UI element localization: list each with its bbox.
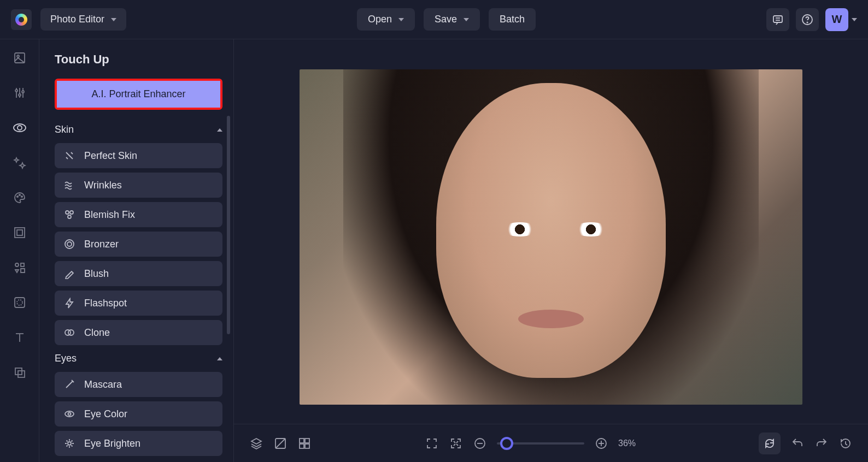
rail-frame-icon[interactable] [11, 224, 28, 241]
chevron-down-icon [111, 18, 116, 21]
batch-label: Batch [500, 14, 525, 25]
ai-enhancer-highlight: A.I. Portrait Enhancer [55, 79, 222, 110]
brush-icon [63, 268, 75, 280]
header-bar: Photo Editor Open Save Batch W [0, 0, 868, 39]
canvas-viewport[interactable] [234, 39, 868, 424]
zoom-in-icon[interactable] [594, 436, 608, 451]
tool-label: Bronzer [84, 239, 119, 250]
rail-art-icon[interactable] [11, 189, 28, 206]
svg-rect-42 [300, 444, 304, 448]
refresh-icon[interactable] [759, 433, 781, 454]
svg-rect-41 [305, 439, 309, 443]
sparkle-tool-icon [63, 150, 75, 162]
zoom-percentage[interactable]: 36% [618, 439, 646, 448]
rail-effects-icon[interactable] [11, 154, 28, 171]
svg-point-16 [19, 194, 20, 196]
tool-mascara[interactable]: Mascara [55, 372, 222, 397]
svg-point-31 [65, 240, 74, 248]
tool-perfect-skin[interactable]: Perfect Skin [55, 143, 222, 168]
chevron-up-icon [217, 128, 222, 132]
section-skin-header[interactable]: Skin [55, 124, 222, 135]
save-button[interactable]: Save [424, 8, 480, 31]
tool-clone[interactable]: Clone [55, 320, 222, 345]
rail-image-icon[interactable] [11, 49, 28, 67]
tool-blush[interactable]: Blush [55, 261, 222, 286]
svg-point-36 [68, 413, 71, 416]
tool-flashspot[interactable]: Flashspot [55, 291, 222, 316]
bolt-icon [63, 297, 75, 309]
rail-layers-icon[interactable] [11, 364, 28, 381]
tool-bronzer[interactable]: Bronzer [55, 232, 222, 257]
wand-icon [63, 378, 75, 390]
help-button[interactable] [796, 8, 819, 31]
compare-icon[interactable] [273, 436, 288, 451]
tool-label: Mascara [84, 379, 122, 390]
editor-mode-dropdown[interactable]: Photo Editor [40, 8, 126, 31]
svg-point-20 [15, 263, 19, 266]
rail-elements-icon[interactable] [11, 259, 28, 276]
tool-label: Blush [84, 268, 109, 280]
svg-rect-27 [18, 371, 25, 377]
svg-point-12 [22, 91, 24, 93]
avatar: W [825, 8, 848, 31]
feedback-button[interactable] [766, 8, 789, 31]
svg-rect-18 [15, 228, 25, 238]
canvas-toolbar: 36% [234, 424, 868, 462]
svg-point-35 [65, 411, 74, 417]
fit-screen-icon[interactable] [449, 436, 463, 451]
tool-wrinkles[interactable]: Wrinkles [55, 173, 222, 198]
svg-rect-21 [21, 263, 24, 266]
grid-icon[interactable] [297, 436, 312, 451]
eye-icon [63, 408, 75, 420]
svg-point-14 [17, 126, 22, 130]
redo-icon[interactable] [814, 436, 829, 451]
rail-adjust-icon[interactable] [11, 84, 28, 102]
sidebar-scrollbar[interactable] [227, 116, 230, 334]
fullscreen-icon[interactable] [425, 436, 439, 451]
open-button[interactable]: Open [357, 8, 415, 31]
tool-blemish-fix[interactable]: Blemish Fix [55, 202, 222, 227]
sidebar-panel: Touch Up A.I. Portrait Enhancer Skin Per… [39, 39, 234, 462]
edited-image[interactable] [300, 69, 802, 405]
undo-icon[interactable] [790, 436, 805, 451]
canvas-area: 36% [234, 39, 868, 462]
ai-portrait-enhancer-button[interactable]: A.I. Portrait Enhancer [57, 81, 220, 108]
svg-rect-26 [15, 368, 22, 375]
svg-rect-22 [15, 298, 25, 307]
svg-point-23 [17, 300, 22, 305]
history-icon[interactable] [838, 436, 853, 451]
layers-toggle-icon[interactable] [249, 436, 263, 451]
zoom-slider[interactable] [497, 442, 584, 445]
chat-icon [772, 14, 784, 26]
tool-label: Wrinkles [84, 180, 122, 191]
rail-overlay-icon[interactable] [11, 294, 28, 311]
zoom-out-icon[interactable] [473, 436, 487, 451]
zoom-slider-thumb[interactable] [500, 437, 513, 450]
waves-icon [63, 179, 75, 191]
app-logo[interactable] [11, 9, 32, 30]
tool-eye-brighten[interactable]: Eye Brighten [55, 431, 222, 456]
editor-mode-label: Photo Editor [50, 14, 104, 25]
account-menu[interactable]: W [825, 8, 857, 31]
section-eyes-label: Eyes [55, 353, 77, 364]
tool-label: Clone [84, 327, 110, 339]
svg-point-28 [66, 211, 69, 214]
svg-point-37 [68, 442, 71, 445]
svg-point-4 [807, 22, 807, 22]
svg-point-15 [16, 196, 17, 197]
save-label: Save [435, 14, 457, 25]
rail-touchup-icon[interactable] [11, 119, 28, 137]
clone-icon [63, 327, 75, 339]
chevron-up-icon [217, 357, 222, 360]
svg-rect-19 [17, 230, 22, 235]
batch-button[interactable]: Batch [489, 8, 536, 31]
svg-rect-0 [773, 16, 782, 22]
tool-eye-color[interactable]: Eye Color [55, 401, 222, 427]
section-eyes-header[interactable]: Eyes [55, 353, 222, 364]
svg-point-11 [19, 94, 21, 96]
tool-label: Eye Color [84, 408, 127, 420]
section-skin-label: Skin [55, 124, 74, 135]
rail-text-icon[interactable] [11, 329, 28, 346]
target-icon [63, 238, 75, 250]
chevron-down-icon [464, 18, 469, 21]
